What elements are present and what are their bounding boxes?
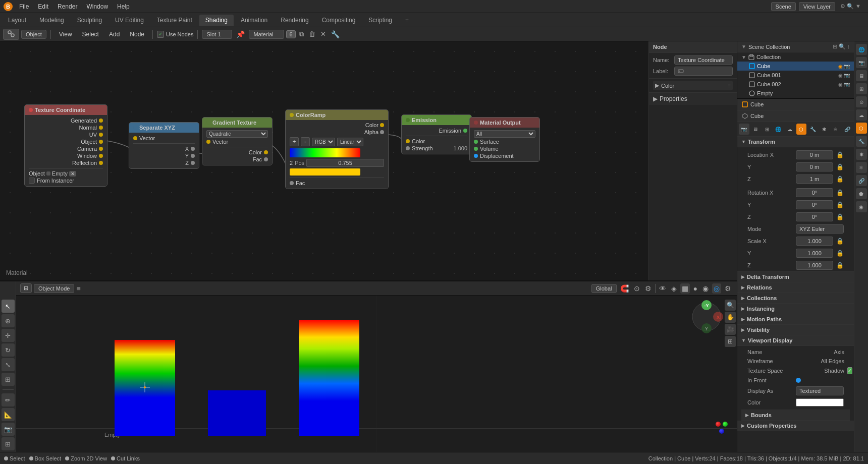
tab-add[interactable]: +	[399, 15, 415, 26]
strip-material-btn[interactable]: ◉	[856, 201, 867, 212]
tab-layout[interactable]: Layout	[2, 15, 32, 26]
rot-y-input[interactable]: 0°	[796, 200, 833, 209]
viewport-3d[interactable]: ⊞ Object Mode ≡ Global 🧲 ⊙ ⚙	[16, 281, 737, 452]
outliner-collection[interactable]: ▼ Collection	[737, 52, 854, 62]
node-emission[interactable]: Emission Emission Color	[401, 114, 472, 154]
tool-annotate[interactable]: ✏	[2, 393, 15, 407]
vp-overlay-btn[interactable]: 👁	[658, 283, 668, 294]
strip-scene2-btn[interactable]: ⊙	[856, 96, 867, 107]
scale-x-lock[interactable]: 🔒	[836, 238, 844, 245]
motion-paths-header[interactable]: ▶ Motion Paths	[737, 314, 854, 325]
tc-instancer-checkbox[interactable]	[29, 178, 35, 184]
vp-hand-btn[interactable]: ✋	[725, 312, 736, 323]
outliner-empty[interactable]: Empty	[737, 89, 854, 98]
tab-scripting[interactable]: Scripting	[362, 15, 398, 26]
label-input[interactable]	[674, 67, 733, 76]
cr-pos-value[interactable]: 0.755	[306, 159, 384, 167]
snap-btn[interactable]: 🧲	[619, 283, 630, 294]
tab-animation[interactable]: Animation	[235, 15, 274, 26]
editor-type-btn[interactable]	[3, 29, 19, 40]
loc-y-lock[interactable]: 🔒	[836, 163, 844, 170]
tab-compositing[interactable]: Compositing	[316, 15, 362, 26]
node-texture-coordinate[interactable]: Texture Coordinate Generated Normal UV	[24, 104, 107, 187]
visibility-header[interactable]: ▶ Visibility	[737, 325, 854, 335]
cr-gradient-bar[interactable]	[290, 148, 360, 157]
scale-z-lock[interactable]: 🔒	[836, 262, 844, 269]
node-btn[interactable]: Node	[126, 30, 148, 39]
tool-camera[interactable]: 📷	[2, 423, 15, 436]
scale-y-input[interactable]: 1.000	[796, 249, 833, 258]
vp-material-btn[interactable]: ◉	[701, 283, 710, 294]
collections-header[interactable]: ▶ Collections	[737, 293, 854, 304]
new-material-btn[interactable]: 🗑	[307, 29, 317, 39]
node-color-ramp[interactable]: ColorRamp Color A	[285, 109, 389, 189]
tc-empty-badge[interactable]: ✕	[69, 171, 76, 177]
rot-y-lock[interactable]: 🔒	[836, 201, 844, 208]
scale-y-lock[interactable]: 🔒	[836, 250, 844, 257]
outliner-cube001[interactable]: Cube.001 ◉ 📷	[737, 71, 854, 80]
vp-editor-btn[interactable]: ⊞	[20, 283, 32, 293]
menu-edit[interactable]: Edit	[34, 2, 52, 11]
tab-sculpting[interactable]: Sculpting	[71, 15, 108, 26]
pin-icon[interactable]: 📌	[234, 29, 247, 39]
node-canvas[interactable]: Texture Coordinate Generated Normal UV	[0, 41, 737, 280]
copy-material-btn[interactable]: ⧉	[298, 29, 305, 39]
prop-tab-world[interactable]: ☁	[785, 124, 795, 135]
menu-render[interactable]: Render	[53, 2, 81, 11]
tab-rendering[interactable]: Rendering	[275, 15, 314, 26]
loc-x-input[interactable]: 0 m	[796, 150, 833, 159]
scale-x-input[interactable]: 1.000	[796, 237, 833, 246]
vp-search-btn[interactable]: 🔍	[725, 300, 736, 311]
rot-x-input[interactable]: 0°	[796, 188, 833, 197]
node-gradient-texture[interactable]: Gradient Texture Quadratic Vector	[202, 117, 273, 165]
proportional-btn[interactable]: ⊙	[632, 283, 641, 294]
tool-select[interactable]: ↖	[2, 300, 15, 313]
color-menu[interactable]: ≡	[728, 83, 731, 89]
name-input[interactable]: Texture Coordinate	[674, 55, 733, 65]
vp-shading-btn[interactable]: ⚙	[723, 283, 733, 294]
add-btn[interactable]: Add	[105, 30, 124, 39]
settings-btn[interactable]: 🔧	[330, 29, 341, 39]
rot-mode-select[interactable]: XYZ Euler	[796, 224, 844, 234]
delete-material-btn[interactable]: ✕	[319, 29, 328, 39]
object-mode-btn[interactable]: Object Mode	[34, 284, 74, 293]
vp-xray-btn[interactable]: ◈	[670, 283, 678, 294]
tool-grid[interactable]: ⊞	[2, 437, 15, 450]
custom-properties-header[interactable]: ▶ Custom Properties	[737, 421, 854, 431]
strip-view-layer-btn[interactable]: ⊞	[856, 83, 867, 94]
properties-header[interactable]: ▶ Properties	[653, 94, 733, 104]
vp-display-as-select[interactable]: Textured	[796, 386, 844, 395]
tab-texture-paint[interactable]: Texture Paint	[151, 15, 198, 26]
menu-help[interactable]: Help	[113, 2, 134, 11]
strip-constraints-btn[interactable]: 🔗	[856, 175, 867, 186]
prop-tab-particles[interactable]: ✱	[819, 124, 830, 135]
outliner-search-btn[interactable]: 🔍	[839, 43, 846, 50]
slot-selector[interactable]: Slot 1	[202, 30, 232, 39]
tool-measure[interactable]: 📐	[2, 408, 15, 421]
vp-solid-btn[interactable]: ●	[692, 283, 699, 294]
cr-remove-btn[interactable]: -	[301, 137, 310, 146]
vp-grid-btn[interactable]: ⊞	[725, 336, 736, 347]
node-separate-xyz[interactable]: Separate XYZ Vector X Y	[129, 122, 199, 169]
transform-orient-btn[interactable]: ⚙	[643, 283, 653, 294]
prop-tab-scene[interactable]: 🌐	[773, 124, 784, 135]
node-material-output[interactable]: Material Output All Surface	[469, 117, 540, 162]
use-nodes-check[interactable]: ✓	[157, 31, 164, 38]
cr-interp-select[interactable]: Linear	[337, 138, 363, 146]
tab-uv-editing[interactable]: UV Editing	[109, 15, 150, 26]
strip-scene-btn[interactable]: 🌐	[856, 44, 867, 55]
outliner-cube002[interactable]: Cube.002 ◉ 📷	[737, 80, 854, 89]
prop-tab-render[interactable]: 📷	[739, 124, 749, 135]
vp-mode-icon[interactable]: ≡	[76, 284, 80, 293]
tool-rotate[interactable]: ↻	[2, 343, 15, 357]
view-btn[interactable]: View	[55, 30, 76, 39]
strip-modifier-btn[interactable]: 🔧	[856, 136, 867, 147]
outliner-cube[interactable]: Cube ◉ 📷	[737, 62, 854, 71]
tool-cursor[interactable]: ⊕	[2, 314, 15, 327]
tab-shading[interactable]: Shading	[199, 15, 234, 26]
strip-world-btn[interactable]: ☁	[856, 109, 867, 121]
cr-color-preview[interactable]	[290, 168, 360, 176]
cr-add-btn[interactable]: +	[290, 137, 299, 146]
delta-transform-header[interactable]: ▶ Delta Transform	[737, 271, 854, 282]
strip-particles-btn[interactable]: ✱	[856, 149, 867, 160]
